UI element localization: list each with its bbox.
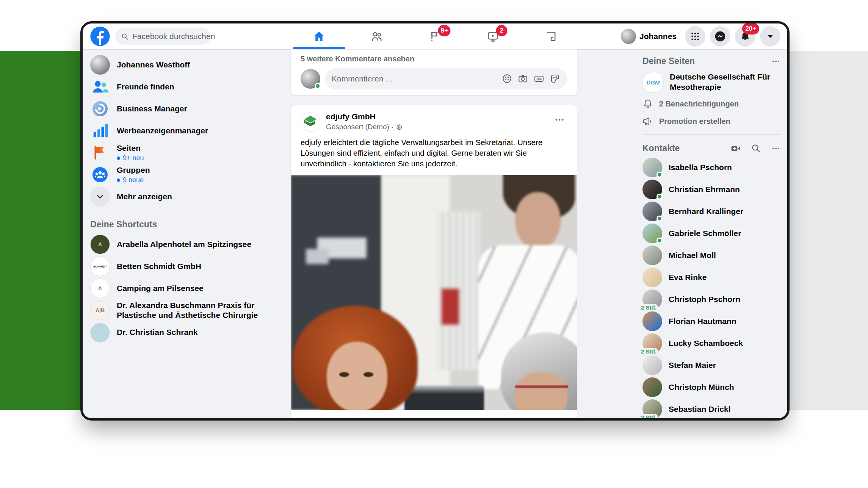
page-name: Deutsche Gesellschaft Für Mesotherapie xyxy=(670,72,781,92)
contacts-header-row: Kontakte xyxy=(639,139,784,156)
comment-input[interactable]: Kommentieren ... GIF xyxy=(325,68,567,89)
post-menu-button[interactable] xyxy=(552,112,567,127)
last-active-label: 2 Std. xyxy=(639,348,658,355)
sidebar-item-werbeanzeigenmanager[interactable]: Werbeanzeigenmanager xyxy=(88,120,285,142)
sidebar-item-sublabel: 9+ neu xyxy=(117,154,144,162)
shortcut-item[interactable]: SCHMIDTBetten Schmidt GmbH xyxy=(88,255,285,277)
contact-row[interactable]: Christoph Münch xyxy=(639,376,784,398)
page-action-label: Promotion erstellen xyxy=(659,117,730,126)
contact-name: Christoph Pschorn xyxy=(669,295,740,304)
news-feed: 5 weitere Kommentare ansehen Kommentiere… xyxy=(291,49,577,421)
camera-icon[interactable] xyxy=(518,74,528,84)
contact-name: Christian Ehrmann xyxy=(669,185,740,194)
sidebar-item-text: Johannes Westhoff xyxy=(117,60,190,70)
shortcut-item[interactable]: Dr. Christian Schrank xyxy=(88,322,285,344)
chevron-circle-icon xyxy=(90,187,110,206)
facebook-logo-icon[interactable] xyxy=(89,26,111,47)
profile-name: Johannes xyxy=(639,32,677,41)
contact-row[interactable]: 2 Std.Christoph Pschorn xyxy=(639,288,784,310)
sidebar-item-label: Seiten xyxy=(117,143,144,153)
globe-icon xyxy=(396,124,403,130)
menu-grid-button[interactable] xyxy=(685,26,705,47)
nav-badge-watch: 2 xyxy=(496,25,508,36)
sidebar-item-johannes-westhoff[interactable]: Johannes Westhoff xyxy=(88,54,285,76)
sidebar-item-sublabel: 9 neue xyxy=(117,176,150,184)
smiley-icon[interactable] xyxy=(502,74,512,84)
gif-icon[interactable]: GIF xyxy=(534,74,544,84)
contact-row[interactable]: 2 Std.Sebastian Drickl xyxy=(639,398,784,420)
profile-chip[interactable]: Johannes xyxy=(619,27,680,45)
contact-name: Bernhard Krallinger xyxy=(669,207,743,216)
shortcut-item[interactable]: A|BDr. Alexandra Buschmann Praxis für Pl… xyxy=(88,299,285,322)
contact-avatar xyxy=(642,224,662,243)
sidebar-item-text: Seiten9+ neu xyxy=(117,143,144,162)
contact-row[interactable]: Christian Ehrmann xyxy=(639,178,784,200)
contact-row[interactable]: Michael Moll xyxy=(639,244,784,266)
sidebar-item-seiten[interactable]: Seiten9+ neu xyxy=(88,142,285,164)
left-sidebar: Johannes WesthoffFreunde findenBusiness … xyxy=(83,49,290,344)
nav-tab-watch[interactable]: 2 xyxy=(464,23,522,49)
account-menu-button[interactable] xyxy=(760,26,780,47)
sidebar-item-freunde-finden[interactable]: Freunde finden xyxy=(88,76,285,98)
business-manager-icon xyxy=(90,99,110,119)
ads-manager-icon xyxy=(90,121,110,141)
nav-tab-gaming[interactable] xyxy=(522,23,580,49)
comment-placeholder: Kommentieren ... xyxy=(332,74,392,83)
sidebar-item-label: Gruppen xyxy=(117,165,150,175)
contact-avatar xyxy=(642,355,662,375)
view-more-comments-link[interactable]: 5 weitere Kommentare ansehen xyxy=(301,55,567,63)
sidebar-divider xyxy=(90,214,227,214)
online-indicator xyxy=(315,83,321,89)
comments-card: 5 weitere Kommentare ansehen Kommentiere… xyxy=(291,49,577,95)
pages-header-row: Deine Seiten xyxy=(639,52,784,69)
contact-row[interactable]: Gabriele Schmöller xyxy=(639,222,784,244)
new-room-button[interactable] xyxy=(731,144,741,153)
contact-name: Sebastian Drickl xyxy=(669,405,730,414)
page-content: Johannes WesthoffFreunde findenBusiness … xyxy=(83,49,787,418)
new-dot xyxy=(117,156,120,160)
sticker-icon[interactable] xyxy=(550,74,560,84)
shortcut-logo: SCHMIDT xyxy=(90,257,110,276)
composer-avatar xyxy=(301,69,320,89)
shortcut-label: Dr. Christian Schrank xyxy=(117,327,198,337)
sidebar-item-mehr-anzeigen[interactable]: Mehr anzeigen xyxy=(88,186,285,208)
post-author[interactable]: edjufy GmbH xyxy=(326,112,403,121)
notifications-button[interactable]: 20+ xyxy=(735,26,755,47)
shortcut-logo xyxy=(90,323,110,343)
edjufy-logo[interactable] xyxy=(301,112,320,132)
page-action-bell-outline[interactable]: 2 Benachrichtigungen xyxy=(639,95,784,113)
meta-separator: · xyxy=(392,123,394,131)
contact-row[interactable]: 2 Std.Lucky Schamboeck xyxy=(639,332,784,354)
contact-row[interactable]: Florian Hautmann xyxy=(639,310,784,332)
contact-row[interactable]: Andi Anders xyxy=(639,420,784,421)
search-input[interactable]: Facebook durchsuchen xyxy=(115,28,211,45)
contacts-more-button[interactable] xyxy=(771,144,780,153)
shortcut-logo: A|B xyxy=(90,300,110,320)
page-action-megaphone[interactable]: Promotion erstellen xyxy=(639,113,784,130)
sidebar-item-gruppen[interactable]: Gruppen9 neue xyxy=(88,164,285,186)
contact-name: Gabriele Schmöller xyxy=(669,229,741,238)
post-photo[interactable] xyxy=(291,175,577,410)
shortcuts-header: Deine Shortcuts xyxy=(90,219,283,230)
contact-avatar: 2 Std. xyxy=(642,289,662,309)
page-row-dgm[interactable]: DGM Deutsche Gesellschaft Für Mesotherap… xyxy=(639,69,784,95)
pages-more-button[interactable] xyxy=(771,57,780,66)
sidebar-item-business-manager[interactable]: Business Manager xyxy=(88,98,285,120)
nav-tab-pages[interactable]: 9+ xyxy=(406,23,464,49)
shortcut-item[interactable]: AArabella Alpenhotel am Spitzingsee xyxy=(88,233,285,255)
contact-row[interactable]: Stefan Maier xyxy=(639,354,784,376)
contacts-search-button[interactable] xyxy=(751,144,761,153)
online-indicator xyxy=(656,216,663,222)
contact-row[interactable]: Bernhard Krallinger xyxy=(639,200,784,222)
contact-row[interactable]: Eva Rinke xyxy=(639,266,784,288)
contact-row[interactable]: Isabella Pschorn xyxy=(639,156,784,178)
messenger-button[interactable] xyxy=(710,26,730,47)
friends-icon xyxy=(371,30,383,42)
shortcut-item[interactable]: ACamping am Pilsensee xyxy=(88,277,285,299)
contact-avatar xyxy=(642,180,662,199)
post-body-text: edjufy erleichtert die tägliche Verwaltu… xyxy=(291,132,577,175)
page-action-label: 2 Benachrichtigungen xyxy=(659,100,739,108)
nav-tab-home[interactable] xyxy=(290,23,348,49)
nav-tab-friends[interactable] xyxy=(348,23,406,49)
sponsored-label: Gesponsert (Demo) xyxy=(326,123,389,131)
